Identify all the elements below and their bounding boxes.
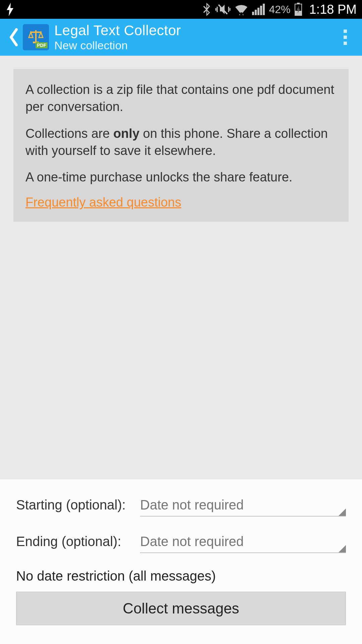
form-area: Starting (optional): Ending (optional): … — [0, 479, 362, 644]
dropdown-corner-icon — [339, 508, 346, 516]
overflow-menu-button[interactable] — [335, 27, 355, 47]
start-date-input[interactable] — [140, 495, 346, 517]
battery-percent: 42% — [269, 3, 290, 16]
status-bar: 42% 1:18 PM — [0, 0, 362, 19]
svg-rect-7 — [263, 4, 265, 15]
page-subtitle: New collection — [54, 39, 181, 52]
date-restriction-text: No date restriction (all messages) — [16, 569, 346, 584]
svg-rect-5 — [257, 8, 259, 15]
end-date-row: Ending (optional): — [16, 532, 346, 553]
menu-dot-icon — [344, 42, 347, 45]
bluetooth-icon — [202, 3, 211, 16]
collect-messages-button[interactable]: Collect messages — [16, 592, 346, 625]
start-date-label: Starting (optional): — [16, 497, 140, 513]
content-top: A collection is a zip file that contains… — [0, 56, 362, 235]
signal-icon — [252, 4, 265, 15]
info-paragraph-1: A collection is a zip file that contains… — [25, 81, 337, 116]
clock: 1:18 PM — [309, 2, 357, 17]
info-paragraph-3: A one-time purchase unlocks the share fe… — [25, 169, 337, 186]
page-title: Legal Text Collector — [54, 22, 181, 39]
svg-rect-4 — [255, 10, 257, 15]
svg-rect-6 — [260, 6, 262, 15]
wifi-icon — [235, 4, 248, 15]
svg-rect-3 — [252, 12, 254, 15]
svg-rect-2 — [240, 12, 242, 15]
start-date-row: Starting (optional): — [16, 495, 346, 517]
dropdown-corner-icon — [339, 545, 346, 552]
info-card: A collection is a zip file that contains… — [13, 69, 349, 222]
back-button[interactable] — [7, 25, 20, 49]
app-icon: PDF — [23, 24, 49, 50]
menu-dot-icon — [344, 36, 347, 39]
end-date-input[interactable] — [140, 532, 346, 553]
svg-line-1 — [219, 5, 227, 14]
battery-icon — [294, 3, 302, 16]
vibrate-mute-icon — [215, 3, 231, 16]
app-bar: PDF Legal Text Collector New collection — [0, 19, 362, 56]
lightning-icon — [5, 3, 15, 16]
faq-link[interactable]: Frequently asked questions — [25, 195, 181, 209]
info-paragraph-2: Collections are only on this phone. Shar… — [25, 125, 337, 160]
pdf-badge: PDF — [36, 42, 48, 48]
end-date-label: Ending (optional): — [16, 534, 140, 549]
svg-marker-0 — [7, 3, 13, 16]
menu-dot-icon — [344, 30, 347, 33]
